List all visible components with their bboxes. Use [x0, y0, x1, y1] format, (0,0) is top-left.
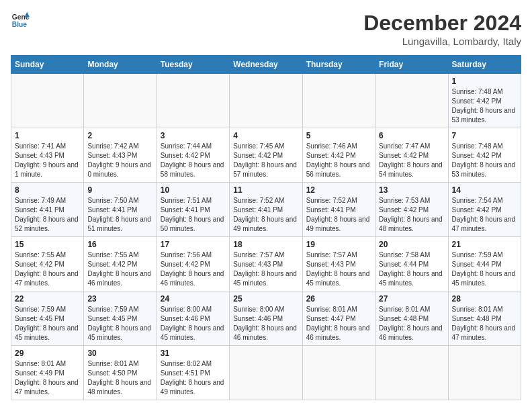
calendar-cell — [230, 346, 302, 400]
calendar-week-row: 29Sunrise: 8:01 AMSunset: 4:49 PMDayligh… — [11, 346, 521, 400]
calendar-cell: 2Sunrise: 7:42 AMSunset: 4:43 PMDaylight… — [84, 128, 157, 183]
day-detail: Sunrise: 7:53 AMSunset: 4:42 PMDaylight:… — [379, 196, 444, 234]
calendar-cell: 16Sunrise: 7:55 AMSunset: 4:42 PMDayligh… — [84, 237, 157, 291]
calendar-cell — [302, 346, 375, 400]
header-monday: Monday — [84, 56, 157, 74]
day-number: 6 — [379, 131, 444, 140]
day-detail: Sunrise: 7:52 AMSunset: 4:41 PMDaylight:… — [306, 196, 371, 234]
calendar-cell: 24Sunrise: 8:00 AMSunset: 4:46 PMDayligh… — [157, 291, 229, 346]
day-detail: Sunrise: 7:42 AMSunset: 4:43 PMDaylight:… — [87, 142, 152, 179]
day-number: 26 — [306, 294, 371, 304]
day-detail: Sunrise: 7:48 AMSunset: 4:42 PMDaylight:… — [452, 87, 517, 125]
calendar-cell: 31Sunrise: 8:02 AMSunset: 4:51 PMDayligh… — [157, 346, 229, 400]
calendar-cell: 9Sunrise: 7:50 AMSunset: 4:41 PMDaylight… — [84, 183, 157, 237]
day-number: 9 — [87, 185, 152, 195]
calendar-cell — [375, 346, 448, 400]
day-detail: Sunrise: 8:00 AMSunset: 4:46 PMDaylight:… — [161, 305, 226, 342]
day-detail: Sunrise: 8:01 AMSunset: 4:47 PMDaylight:… — [306, 305, 371, 342]
day-detail: Sunrise: 7:45 AMSunset: 4:42 PMDaylight:… — [233, 142, 298, 179]
day-detail: Sunrise: 7:59 AMSunset: 4:45 PMDaylight:… — [87, 305, 152, 342]
day-number: 23 — [87, 294, 152, 304]
calendar-cell — [84, 74, 157, 128]
calendar-cell: 17Sunrise: 7:56 AMSunset: 4:42 PMDayligh… — [157, 237, 229, 291]
header-friday: Friday — [375, 56, 448, 74]
day-detail: Sunrise: 8:01 AMSunset: 4:48 PMDaylight:… — [452, 305, 517, 342]
day-number: 18 — [233, 240, 298, 249]
calendar-cell — [157, 74, 229, 128]
day-detail: Sunrise: 7:41 AMSunset: 4:43 PMDaylight:… — [15, 142, 80, 179]
day-number: 24 — [161, 294, 226, 304]
day-number: 8 — [15, 185, 80, 195]
calendar-cell — [230, 74, 302, 128]
title-block: December 2024 Lungavilla, Lombardy, Ital… — [363, 11, 521, 47]
day-detail: Sunrise: 7:55 AMSunset: 4:42 PMDaylight:… — [15, 250, 80, 288]
day-detail: Sunrise: 7:48 AMSunset: 4:42 PMDaylight:… — [452, 142, 517, 179]
calendar-cell — [11, 74, 84, 128]
calendar-cell: 25Sunrise: 8:00 AMSunset: 4:46 PMDayligh… — [230, 291, 302, 346]
day-number: 16 — [87, 240, 152, 249]
location: Lungavilla, Lombardy, Italy — [363, 36, 521, 47]
calendar-table: SundayMondayTuesdayWednesdayThursdayFrid… — [11, 55, 521, 400]
calendar-cell: 5Sunrise: 7:46 AMSunset: 4:42 PMDaylight… — [302, 128, 375, 183]
day-number: 17 — [161, 240, 226, 249]
day-detail: Sunrise: 7:59 AMSunset: 4:45 PMDaylight:… — [15, 305, 80, 342]
header-sunday: Sunday — [11, 56, 84, 74]
calendar-cell: 1Sunrise: 7:41 AMSunset: 4:43 PMDaylight… — [11, 128, 84, 183]
day-detail: Sunrise: 8:01 AMSunset: 4:50 PMDaylight:… — [87, 359, 152, 397]
calendar-cell: 21Sunrise: 7:59 AMSunset: 4:44 PMDayligh… — [448, 237, 521, 291]
calendar-cell — [302, 74, 375, 128]
calendar-cell: 29Sunrise: 8:01 AMSunset: 4:49 PMDayligh… — [11, 346, 84, 400]
logo: General Blue — [11, 11, 30, 30]
day-number: 1 — [15, 131, 80, 140]
day-detail: Sunrise: 7:55 AMSunset: 4:42 PMDaylight:… — [87, 250, 152, 288]
day-number: 29 — [15, 349, 80, 358]
calendar-cell: 26Sunrise: 8:01 AMSunset: 4:47 PMDayligh… — [302, 291, 375, 346]
day-number: 11 — [233, 185, 298, 195]
calendar-cell: 1Sunrise: 7:48 AMSunset: 4:42 PMDaylight… — [448, 74, 521, 128]
day-detail: Sunrise: 7:49 AMSunset: 4:41 PMDaylight:… — [15, 196, 80, 234]
day-detail: Sunrise: 8:01 AMSunset: 4:49 PMDaylight:… — [15, 359, 80, 397]
calendar-week-row: 22Sunrise: 7:59 AMSunset: 4:45 PMDayligh… — [11, 291, 521, 346]
day-detail: Sunrise: 7:57 AMSunset: 4:43 PMDaylight:… — [233, 250, 298, 288]
day-detail: Sunrise: 8:01 AMSunset: 4:48 PMDaylight:… — [379, 305, 444, 342]
calendar-cell: 27Sunrise: 8:01 AMSunset: 4:48 PMDayligh… — [375, 291, 448, 346]
day-detail: Sunrise: 7:50 AMSunset: 4:41 PMDaylight:… — [87, 196, 152, 234]
day-number: 31 — [161, 349, 226, 358]
calendar-cell — [375, 74, 448, 128]
day-detail: Sunrise: 8:02 AMSunset: 4:51 PMDaylight:… — [161, 359, 226, 397]
calendar-cell: 7Sunrise: 7:48 AMSunset: 4:42 PMDaylight… — [448, 128, 521, 183]
day-number: 20 — [379, 240, 444, 249]
calendar-cell: 13Sunrise: 7:53 AMSunset: 4:42 PMDayligh… — [375, 183, 448, 237]
month-title: December 2024 — [363, 11, 521, 36]
day-detail: Sunrise: 7:44 AMSunset: 4:42 PMDaylight:… — [161, 142, 226, 179]
calendar-week-row: 1Sunrise: 7:41 AMSunset: 4:43 PMDaylight… — [11, 128, 521, 183]
day-number: 7 — [452, 131, 517, 140]
calendar-cell: 20Sunrise: 7:58 AMSunset: 4:44 PMDayligh… — [375, 237, 448, 291]
day-detail: Sunrise: 7:51 AMSunset: 4:41 PMDaylight:… — [161, 196, 226, 234]
day-number: 28 — [452, 294, 517, 304]
day-detail: Sunrise: 7:52 AMSunset: 4:41 PMDaylight:… — [233, 196, 298, 234]
calendar-header-row: SundayMondayTuesdayWednesdayThursdayFrid… — [11, 56, 521, 74]
calendar-cell: 28Sunrise: 8:01 AMSunset: 4:48 PMDayligh… — [448, 291, 521, 346]
calendar-cell: 6Sunrise: 7:47 AMSunset: 4:42 PMDaylight… — [375, 128, 448, 183]
day-detail: Sunrise: 7:58 AMSunset: 4:44 PMDaylight:… — [379, 250, 444, 288]
calendar-cell: 3Sunrise: 7:44 AMSunset: 4:42 PMDaylight… — [157, 128, 229, 183]
day-detail: Sunrise: 7:54 AMSunset: 4:42 PMDaylight:… — [452, 196, 517, 234]
page-header: General Blue December 2024 Lungavilla, L… — [11, 11, 521, 47]
calendar-week-row: 1Sunrise: 7:48 AMSunset: 4:42 PMDaylight… — [11, 74, 521, 128]
day-number: 12 — [306, 185, 371, 195]
day-number: 5 — [306, 131, 371, 140]
day-number: 2 — [87, 131, 152, 140]
day-number: 1 — [452, 77, 517, 86]
day-detail: Sunrise: 7:56 AMSunset: 4:42 PMDaylight:… — [161, 250, 226, 288]
logo-icon: General Blue — [11, 11, 30, 30]
day-number: 3 — [161, 131, 226, 140]
header-thursday: Thursday — [302, 56, 375, 74]
calendar-cell: 30Sunrise: 8:01 AMSunset: 4:50 PMDayligh… — [84, 346, 157, 400]
day-detail: Sunrise: 7:47 AMSunset: 4:42 PMDaylight:… — [379, 142, 444, 179]
day-number: 21 — [452, 240, 517, 249]
calendar-cell: 19Sunrise: 7:57 AMSunset: 4:43 PMDayligh… — [302, 237, 375, 291]
day-detail: Sunrise: 7:59 AMSunset: 4:44 PMDaylight:… — [452, 250, 517, 288]
calendar-cell: 8Sunrise: 7:49 AMSunset: 4:41 PMDaylight… — [11, 183, 84, 237]
calendar-cell: 18Sunrise: 7:57 AMSunset: 4:43 PMDayligh… — [230, 237, 302, 291]
